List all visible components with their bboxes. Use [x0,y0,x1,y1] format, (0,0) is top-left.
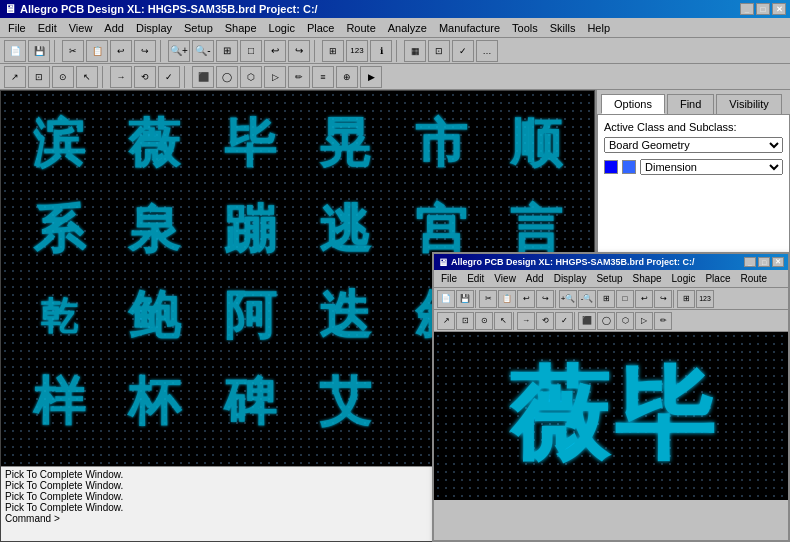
menu-route[interactable]: Route [340,20,381,36]
tb2-cursor[interactable]: ↖ [76,66,98,88]
second-close[interactable]: ✕ [772,257,784,267]
s-menu-view[interactable]: View [489,272,521,285]
s-menu-add[interactable]: Add [521,272,549,285]
tb2-add[interactable]: ⊕ [336,66,358,88]
s-menu-file[interactable]: File [436,272,462,285]
s-tb2-hex[interactable]: ⬡ [616,312,634,330]
second-minimize[interactable]: _ [744,257,756,267]
tab-visibility[interactable]: Visibility [716,94,782,114]
menu-logic[interactable]: Logic [263,20,301,36]
tb2-play[interactable]: ▶ [360,66,382,88]
second-maximize[interactable]: □ [758,257,770,267]
tb2-undo[interactable]: ⟲ [134,66,156,88]
tb-undo[interactable]: ↩ [110,40,132,62]
tb-layers[interactable]: ▦ [404,40,426,62]
tb-zoom-next[interactable]: ↪ [288,40,310,62]
tb-zoom-out[interactable]: 🔍- [192,40,214,62]
menu-skills[interactable]: Skills [544,20,582,36]
tb2-poly[interactable]: ◯ [216,66,238,88]
menu-place[interactable]: Place [301,20,341,36]
pcb-char-2: 毕 [202,101,298,187]
menu-analyze[interactable]: Analyze [382,20,433,36]
s-tb2-cursor[interactable]: ↖ [494,312,512,330]
tb-zoom-box[interactable]: □ [240,40,262,62]
menu-manufacture[interactable]: Manufacture [433,20,506,36]
minimize-button[interactable]: _ [740,3,754,15]
s-tb2-sel[interactable]: ↗ [437,312,455,330]
tb-copy[interactable]: 📋 [86,40,108,62]
class-dropdown[interactable]: Board Geometry Etch Via Class Pin [604,137,783,153]
menu-edit[interactable]: Edit [32,20,63,36]
s-tb-zoombox[interactable]: □ [616,290,634,308]
s-tb-redo[interactable]: ↪ [536,290,554,308]
menu-add[interactable]: Add [98,20,130,36]
tb-netlist[interactable]: ⊡ [428,40,450,62]
menu-shape[interactable]: Shape [219,20,263,36]
tab-options[interactable]: Options [601,94,665,114]
s-tb-grid[interactable]: ⊞ [677,290,695,308]
tb2-pencil[interactable]: ✏ [288,66,310,88]
menu-setup[interactable]: Setup [178,20,219,36]
tb2-hex[interactable]: ⬡ [240,66,262,88]
s-tb-cut[interactable]: ✂ [479,290,497,308]
tb2-line[interactable]: ▷ [264,66,286,88]
s-tb-zoomprev[interactable]: ↩ [635,290,653,308]
tb-zoom-in[interactable]: 🔍+ [168,40,190,62]
s-tb-zoomfit[interactable]: ⊞ [597,290,615,308]
menu-file[interactable]: File [2,20,32,36]
tb-drc[interactable]: ✓ [452,40,474,62]
close-button[interactable]: ✕ [772,3,786,15]
tb-save[interactable]: 💾 [28,40,50,62]
tb-info[interactable]: ℹ [370,40,392,62]
s-tb2-poly[interactable]: ◯ [597,312,615,330]
tb-cut[interactable]: ✂ [62,40,84,62]
s-tb-new[interactable]: 📄 [437,290,455,308]
tb-grid[interactable]: ⊞ [322,40,344,62]
s-tb2-rect[interactable]: ⬛ [578,312,596,330]
s-tb-undo[interactable]: ↩ [517,290,535,308]
s-tb2-tri[interactable]: ▷ [635,312,653,330]
menu-tools[interactable]: Tools [506,20,544,36]
second-pcb-canvas[interactable]: 薇 毕 [434,332,788,500]
tb2-done[interactable]: ✓ [158,66,180,88]
s-tb-zoomin[interactable]: +🔍 [559,290,577,308]
sep-2 [160,40,164,62]
menu-help[interactable]: Help [581,20,616,36]
s-tb2-undo[interactable]: ⟲ [536,312,554,330]
tb-new[interactable]: 📄 [4,40,26,62]
menu-display[interactable]: Display [130,20,178,36]
tb-123[interactable]: 123 [346,40,368,62]
s-tb-save[interactable]: 💾 [456,290,474,308]
s-menu-display[interactable]: Display [549,272,592,285]
s-tb2-done[interactable]: ✓ [555,312,573,330]
s-tb2-route[interactable]: → [517,312,535,330]
s-menu-edit[interactable]: Edit [462,272,489,285]
s-tb2-box[interactable]: ⊡ [456,312,474,330]
maximize-button[interactable]: □ [756,3,770,15]
tb2-route[interactable]: → [110,66,132,88]
s-tb-copy[interactable]: 📋 [498,290,516,308]
s-tb-zoomout[interactable]: -🔍 [578,290,596,308]
tb2-list[interactable]: ≡ [312,66,334,88]
tb-more[interactable]: … [476,40,498,62]
s-tb2-circ[interactable]: ⊙ [475,312,493,330]
menu-view[interactable]: View [63,20,99,36]
s-tb-123[interactable]: 123 [696,290,714,308]
s-menu-place[interactable]: Place [700,272,735,285]
tb-redo[interactable]: ↪ [134,40,156,62]
subclass-row: Dimension Outline Silkscreen [604,159,783,175]
tb2-select[interactable]: ↗ [4,66,26,88]
subclass-dropdown[interactable]: Dimension Outline Silkscreen [640,159,783,175]
s-tb2-pen[interactable]: ✏ [654,312,672,330]
tb-zoom-prev[interactable]: ↩ [264,40,286,62]
s-menu-logic[interactable]: Logic [667,272,701,285]
tab-find[interactable]: Find [667,94,714,114]
tb-zoom-fit[interactable]: ⊞ [216,40,238,62]
s-menu-shape[interactable]: Shape [628,272,667,285]
tb2-box[interactable]: ⊡ [28,66,50,88]
s-tb-zoomnext[interactable]: ↪ [654,290,672,308]
s-menu-route[interactable]: Route [735,272,772,285]
tb2-rect[interactable]: ⬛ [192,66,214,88]
s-menu-setup[interactable]: Setup [591,272,627,285]
tb2-circle[interactable]: ⊙ [52,66,74,88]
